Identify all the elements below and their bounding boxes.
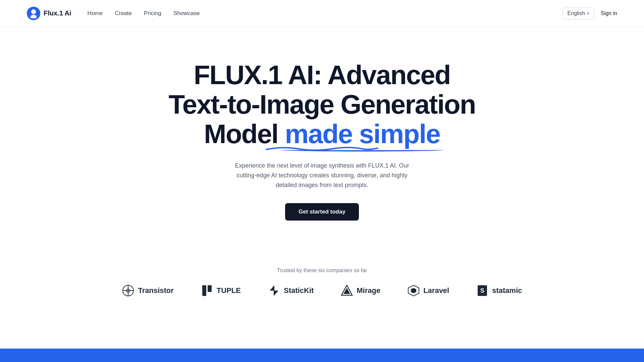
chevron-down-icon: ▾: [587, 11, 589, 16]
hero-title-line1: FLUX.1 AI: Advanced: [194, 60, 450, 90]
company-statamic: S statamic: [476, 284, 522, 297]
tuple-label: TUPLE: [217, 286, 241, 295]
nav-link-home[interactable]: Home: [88, 10, 103, 16]
transistor-label: Transistor: [138, 286, 173, 295]
statickit-label: StaticKit: [284, 286, 314, 295]
mirage-icon: [340, 284, 353, 297]
logo-text: Flux.1 Ai: [44, 9, 71, 17]
navbar-right: English ▾ Sign in: [562, 7, 617, 19]
logo-link[interactable]: Flux.1 Ai: [27, 7, 71, 20]
svg-marker-12: [411, 288, 416, 293]
nav-link-showcase[interactable]: Showcase: [173, 10, 200, 16]
hero-title-line3-prefix: Model: [204, 119, 285, 149]
hero-title: FLUX.1 AI: Advanced Text-to-Image Genera…: [168, 60, 475, 149]
nav-links: Home Create Pricing Showcase: [88, 10, 200, 17]
nav-link-pricing[interactable]: Pricing: [144, 10, 161, 16]
svg-point-2: [31, 15, 37, 18]
transistor-icon: [122, 284, 135, 297]
laravel-icon: [407, 284, 420, 297]
svg-point-1: [31, 9, 36, 14]
get-started-button[interactable]: Get started today: [285, 203, 359, 221]
trusted-label: Trusted by these six companies so far: [27, 267, 617, 274]
nav-item-home[interactable]: Home: [88, 10, 103, 17]
statamic-icon: S: [476, 284, 489, 297]
language-label: English: [568, 10, 585, 16]
mirage-label: Mirage: [357, 286, 380, 295]
nav-item-pricing[interactable]: Pricing: [144, 10, 161, 17]
tuple-icon: [201, 284, 213, 297]
navbar: Flux.1 Ai Home Create Pricing Showcase E…: [0, 0, 644, 27]
statickit-icon: [268, 284, 280, 297]
sign-in-button[interactable]: Sign in: [601, 10, 617, 16]
navbar-left: Flux.1 Ai Home Create Pricing Showcase: [27, 7, 200, 20]
company-statickit: StaticKit: [268, 284, 314, 297]
svg-rect-7: [202, 285, 206, 296]
nav-item-showcase[interactable]: Showcase: [173, 10, 200, 17]
laravel-label: Laravel: [423, 286, 449, 295]
statamic-label: statamic: [492, 286, 522, 295]
hero-section: FLUX.1 AI: Advanced Text-to-Image Genera…: [0, 27, 644, 247]
footer-bar: [0, 349, 644, 362]
hero-subtitle: Experience the next level of image synth…: [228, 161, 416, 190]
logo-icon: [27, 7, 40, 20]
svg-text:S: S: [480, 287, 484, 294]
company-logos-list: Transistor TUPLE StaticKit: [27, 284, 617, 297]
hero-title-highlight: made simple: [285, 119, 440, 149]
company-tuple: TUPLE: [201, 284, 241, 297]
company-transistor: Transistor: [122, 284, 173, 297]
trusted-section: Trusted by these six companies so far Tr…: [0, 247, 644, 310]
company-mirage: Mirage: [340, 284, 380, 297]
hero-title-line2: Text-to-Image Generation: [168, 89, 475, 119]
nav-item-create[interactable]: Create: [115, 10, 132, 17]
logo-svg: [27, 7, 40, 20]
company-laravel: Laravel: [407, 284, 449, 297]
language-selector[interactable]: English ▾: [562, 7, 594, 19]
nav-link-create[interactable]: Create: [115, 10, 132, 16]
svg-rect-8: [208, 285, 212, 292]
